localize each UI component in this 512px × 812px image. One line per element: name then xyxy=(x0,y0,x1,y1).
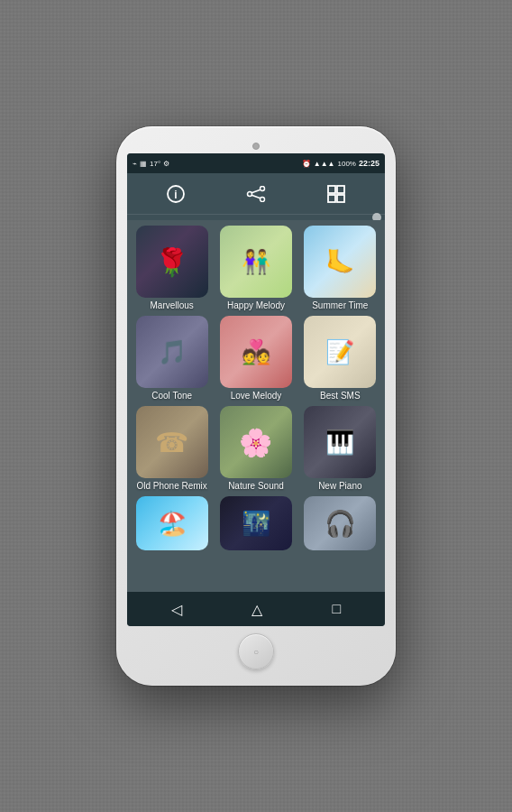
grid-item-nature-sound[interactable]: Nature Sound xyxy=(216,406,295,491)
svg-point-2 xyxy=(260,186,264,190)
info-button[interactable]: i xyxy=(160,178,192,210)
content-area: Marvellous Happy Melody Summer Time Cool… xyxy=(127,220,385,592)
label-marvellous: Marvellous xyxy=(150,300,193,310)
label-best-sms: Best SMS xyxy=(320,391,360,401)
phone-screen: ⌁ ▦ 17° ⚙ ⏰ ▲▲▲ 100% 22:25 i xyxy=(127,153,385,626)
thumbnail-new-piano xyxy=(304,406,376,478)
physical-home-button[interactable]: ○ xyxy=(238,633,274,669)
thumbnail-love-melody xyxy=(220,316,292,388)
sim-icon: ▦ xyxy=(140,160,147,168)
app-toolbar: i xyxy=(127,173,385,215)
status-bar: ⌁ ▦ 17° ⚙ ⏰ ▲▲▲ 100% 22:25 xyxy=(127,153,385,173)
thumbnail-old-phone-remix xyxy=(136,406,208,478)
grid-item-new-piano[interactable]: New Piano xyxy=(301,406,379,491)
thumbnail-nature-sound xyxy=(220,406,292,478)
svg-line-6 xyxy=(251,195,261,198)
thumbnail-night-city xyxy=(220,496,292,550)
grid-item-old-phone-remix[interactable]: Old Phone Remix xyxy=(133,406,211,491)
grid-item-love-melody[interactable]: Love Melody xyxy=(216,316,295,401)
home-button[interactable]: △ xyxy=(242,597,271,622)
grid-item-headphones[interactable] xyxy=(301,496,379,550)
phone-bottom-bar: ○ xyxy=(127,626,385,675)
thumbnail-headphones xyxy=(304,496,376,550)
share-button[interactable] xyxy=(240,178,272,210)
svg-line-5 xyxy=(251,189,261,193)
front-camera xyxy=(252,143,260,150)
thumbnail-happy-melody xyxy=(220,226,292,298)
time-display: 22:25 xyxy=(359,159,379,168)
label-happy-melody: Happy Melody xyxy=(227,300,285,310)
thumbnail-best-sms xyxy=(304,316,376,388)
grid-item-best-sms[interactable]: Best SMS xyxy=(301,316,379,401)
ringtone-grid: Marvellous Happy Melody Summer Time Cool… xyxy=(133,226,379,491)
usb-icon: ⌁ xyxy=(133,160,137,168)
label-old-phone-remix: Old Phone Remix xyxy=(136,481,206,491)
phone-device: ⌁ ▦ 17° ⚙ ⏰ ▲▲▲ 100% 22:25 i xyxy=(116,126,396,686)
svg-rect-10 xyxy=(337,195,344,202)
signal-icon: ▲▲▲ xyxy=(314,160,335,168)
back-button[interactable]: ◁ xyxy=(162,597,191,622)
label-love-melody: Love Melody xyxy=(231,391,282,401)
phone-top-bar xyxy=(127,137,385,153)
label-cool-tone: Cool Tone xyxy=(151,391,192,401)
battery-indicator: 100% xyxy=(338,160,356,168)
partial-row xyxy=(133,496,379,550)
svg-rect-9 xyxy=(328,195,335,202)
thumbnail-beach xyxy=(136,496,208,550)
grid-item-beach[interactable] xyxy=(133,496,211,550)
grid-item-summer-time[interactable]: Summer Time xyxy=(301,226,379,310)
svg-text:i: i xyxy=(175,188,178,200)
label-new-piano: New Piano xyxy=(318,481,361,491)
svg-point-3 xyxy=(260,197,264,201)
svg-rect-8 xyxy=(337,186,344,193)
svg-rect-7 xyxy=(328,186,335,193)
bottom-navigation: ◁ △ □ xyxy=(127,592,385,626)
status-right: ⏰ ▲▲▲ 100% 22:25 xyxy=(302,159,379,168)
grid-view-button[interactable] xyxy=(320,178,352,210)
svg-point-4 xyxy=(247,191,251,196)
thumbnail-marvellous xyxy=(136,226,208,298)
grid-item-night-city[interactable] xyxy=(216,496,295,550)
android-icon: ⚙ xyxy=(163,160,169,168)
status-left: ⌁ ▦ 17° ⚙ xyxy=(133,160,169,168)
thumbnail-cool-tone xyxy=(136,316,208,388)
clock-status-icon: ⏰ xyxy=(302,160,311,168)
thumbnail-summer-time xyxy=(304,226,376,298)
grid-item-happy-melody[interactable]: Happy Melody xyxy=(216,226,295,310)
grid-item-cool-tone[interactable]: Cool Tone xyxy=(133,316,211,401)
recents-button[interactable]: □ xyxy=(324,597,351,621)
label-nature-sound: Nature Sound xyxy=(228,481,284,491)
temp-indicator: 17° xyxy=(150,160,160,168)
grid-item-marvellous[interactable]: Marvellous xyxy=(133,226,211,310)
label-summer-time: Summer Time xyxy=(312,300,368,310)
